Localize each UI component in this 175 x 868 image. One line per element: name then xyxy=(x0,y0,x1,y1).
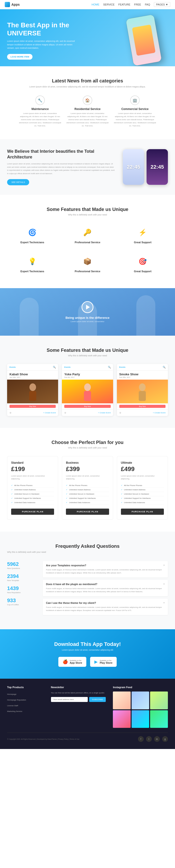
nav-pages-dropdown[interactable]: PAGES ▼ xyxy=(154,2,170,7)
feature-name-5: Great Support xyxy=(121,270,164,273)
event-card-0: Events 🔍 Kabali Show Jan 24th, 2017 Buy … xyxy=(7,364,58,416)
events-title: Some Features that Made us Unique xyxy=(7,347,168,353)
nav-free[interactable]: FREE xyxy=(134,3,141,6)
svg-point-2 xyxy=(84,383,91,391)
event-header-2: Events 🔍 xyxy=(117,364,168,371)
phone-screen-content xyxy=(132,25,155,56)
nav-pages-button[interactable]: PAGES ▼ xyxy=(154,2,170,7)
event-title-2: Smoke Show xyxy=(117,371,168,376)
playstore-name: Play Store xyxy=(100,661,112,664)
footer-product-link-3[interactable]: Marketing Service xyxy=(7,710,22,712)
appstore-name: App Store xyxy=(70,661,82,664)
share-icon-0[interactable]: ⊕ xyxy=(9,411,11,414)
faq-stat-label-2: New Reputation xyxy=(7,591,36,594)
feature-name-4: Professional Service xyxy=(66,270,109,273)
faq-stat-2: 1439 New Reputation xyxy=(7,585,36,594)
playstore-button[interactable]: ▶ Available on the Play Store xyxy=(90,657,117,667)
faq-stat-1: 2394 New Template xyxy=(7,573,36,582)
play-button[interactable] xyxy=(81,301,94,313)
event-create-1[interactable]: + Create Event xyxy=(98,412,111,414)
feature-icon-3: 💡 xyxy=(26,256,38,268)
share-icon-1[interactable]: ⊕ xyxy=(64,411,66,414)
pricing-grid: Standard £199 Lorem ipsum dolor sit amet… xyxy=(7,456,168,520)
faq-stat-num-3: 933 xyxy=(7,597,36,603)
news-card-title-3: Commercial Service xyxy=(114,107,156,111)
feature-name-2: Great Support xyxy=(121,241,164,244)
nav-faq[interactable]: FAQ xyxy=(145,3,150,6)
newsletter-subscribe-button[interactable]: SUBSCRIBE xyxy=(89,697,106,702)
footer-product-link-0[interactable]: Homepage xyxy=(7,693,16,695)
hero-text: The Best App in the UNIVERSE Lorem ipsum… xyxy=(7,19,78,60)
pricing-plan-name-2: Ultimate xyxy=(121,461,164,464)
event-label-2: Events xyxy=(119,366,126,368)
pricing-plan-name-0: Standard xyxy=(11,461,54,464)
event-search-icon-2[interactable]: 🔍 xyxy=(163,366,166,368)
pricing-desc-0: Lorem ipsum dolor sit amet, consectetur … xyxy=(11,475,54,481)
pricing-btn-2[interactable]: PURCHASE PLAN xyxy=(121,508,164,515)
instagram-img-0[interactable] xyxy=(113,691,131,709)
event-search-icon-1[interactable]: 🔍 xyxy=(108,366,111,368)
faq-stat-num-2: 1439 xyxy=(7,585,36,591)
social-facebook[interactable]: f xyxy=(138,736,144,742)
appstore-button[interactable]: 🍎 Available on the App Store xyxy=(58,657,86,667)
event-create-2[interactable]: + Create Event xyxy=(153,412,166,414)
nav-feature[interactable]: FEATURE xyxy=(118,3,131,6)
footer-product-0: Homepage xyxy=(7,691,44,696)
person-1 xyxy=(20,298,39,336)
pricing-plan-standard: Standard £199 Lorem ipsum dolor sit amet… xyxy=(7,456,58,520)
footer-product-link-2[interactable]: License Staff xyxy=(7,705,18,707)
social-google[interactable]: g xyxy=(162,736,168,742)
hero-section: The Best App in the UNIVERSE Lorem ipsum… xyxy=(0,9,175,66)
event-buy-btn-2[interactable]: Buy Now xyxy=(119,405,166,408)
share-icon-2[interactable]: ⊕ xyxy=(119,411,121,414)
nav-home[interactable]: HOME xyxy=(92,3,99,6)
svg-rect-3 xyxy=(84,391,91,401)
pricing-features-0: All the Phone Phones Unlimited Instant A… xyxy=(11,484,54,505)
faq-stats: 5962 New Questions 2394 New Template 143… xyxy=(7,561,36,618)
pricing-btn-0[interactable]: PURCHASE PLAN xyxy=(11,508,54,515)
faq-question-2[interactable]: Can I use the these theme for my client?… xyxy=(46,601,165,604)
svg-rect-5 xyxy=(139,391,146,401)
pricing-feature-0-0: All the Phone Phones xyxy=(11,484,54,488)
faq-stat-0: 5962 New Questions xyxy=(7,561,36,569)
hero-phone-mockup xyxy=(120,19,168,66)
playstore-text: Available on the Play Store xyxy=(100,660,112,664)
pricing-feature-0-2: Unlimited Secure in Hardware xyxy=(11,492,54,496)
event-image-2 xyxy=(117,380,168,403)
pricing-feature-2-4: Unlimited Data Instances xyxy=(121,500,164,505)
pricing-features-1: All the Phone Phones Unlimited Instant A… xyxy=(66,484,109,505)
arch-phones: 22:45 22:45 xyxy=(123,149,168,185)
social-linkedin[interactable]: in xyxy=(154,736,160,742)
feature-item-4: 📦 Professional Service xyxy=(62,252,113,276)
arch-cta-button[interactable]: SEE DETAILS xyxy=(7,179,29,185)
newsletter-input[interactable] xyxy=(51,697,88,702)
pricing-feature-2-2: Unlimited Secure in Hardware xyxy=(121,492,164,496)
faq-question-1[interactable]: Does it have all the plugin as mentioned… xyxy=(46,583,165,586)
instagram-img-2[interactable] xyxy=(150,691,168,709)
instagram-img-1[interactable] xyxy=(132,691,149,709)
feature-icon-0: 🌀 xyxy=(26,227,38,239)
news-card-commercial: 🏢 Commercial Service Lorem ipsum dolor s… xyxy=(114,95,156,127)
hero-title: The Best App in the UNIVERSE xyxy=(7,21,78,37)
hero-cta-button[interactable]: LOAD MORE ITEM xyxy=(7,54,33,60)
social-twitter[interactable]: t xyxy=(146,736,152,742)
residential-icon: 🏠 xyxy=(83,95,92,105)
footer-product-link-1[interactable]: Homepage Reputation xyxy=(7,699,26,701)
event-search-icon-0[interactable]: 🔍 xyxy=(53,366,56,368)
event-date-1: Feb 4th, 2017 xyxy=(62,376,113,380)
footer: Top Products Homepage Homepage Reputatio… xyxy=(0,679,175,749)
footer-newsletter-title: Newsletter xyxy=(51,686,106,689)
events-section: Some Features that Made us Unique Why th… xyxy=(0,336,175,428)
pricing-btn-1[interactable]: PURCHASE PLAN xyxy=(66,508,109,515)
faq-question-0[interactable]: Are your Templates responsive? ▾ xyxy=(46,564,165,567)
instagram-img-4[interactable] xyxy=(132,710,149,728)
nav-service[interactable]: SERVICE xyxy=(103,3,114,6)
event-buy-btn-1[interactable]: Buy Now xyxy=(64,405,110,408)
event-card-2: Events 🔍 Smoke Show Feb 26th, 2017 Buy N… xyxy=(117,364,168,416)
features-grid: 🌀 Expert Technicians 🔑 Professional Serv… xyxy=(7,223,168,276)
instagram-img-5[interactable] xyxy=(150,710,168,728)
news-card-text-2: Lorem ipsum dolor sit amet, consectetur … xyxy=(66,112,109,127)
event-create-0[interactable]: + Create Event xyxy=(43,412,56,414)
instagram-img-3[interactable] xyxy=(113,710,131,728)
event-buy-btn-0[interactable]: Buy Now xyxy=(9,405,56,408)
